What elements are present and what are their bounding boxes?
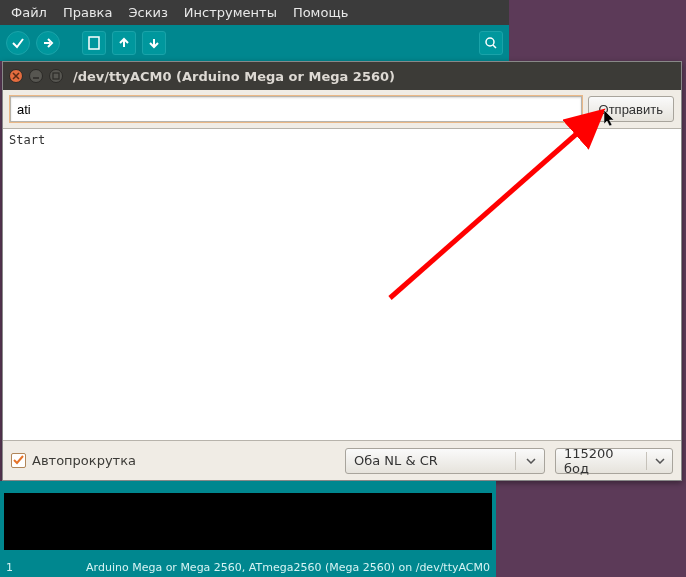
save-button[interactable]: [142, 31, 166, 55]
close-icon: [12, 72, 20, 80]
file-icon: [88, 36, 100, 50]
serial-output[interactable]: Start: [3, 128, 681, 440]
baud-rate-select[interactable]: 115200 бод: [555, 448, 673, 474]
svg-point-1: [486, 38, 494, 46]
verify-button[interactable]: [6, 31, 30, 55]
serial-input-row: Отправить: [3, 90, 681, 128]
menu-edit[interactable]: Правка: [56, 2, 119, 23]
line-ending-value: Оба NL & CR: [354, 453, 438, 468]
menu-bar: Файл Правка Эскиз Инструменты Помощь: [0, 0, 509, 25]
window-close-button[interactable]: [9, 69, 23, 83]
serial-monitor-window: /dev/ttyACM0 (Arduino Mega or Mega 2560)…: [2, 61, 682, 481]
ide-window-top: Файл Правка Эскиз Инструменты Помощь: [0, 0, 509, 61]
ide-console[interactable]: [4, 493, 492, 550]
chevron-down-icon: [653, 452, 668, 470]
magnifier-icon: [484, 36, 498, 50]
arrow-up-icon: [117, 36, 131, 50]
upload-button[interactable]: [36, 31, 60, 55]
menu-file[interactable]: Файл: [4, 2, 54, 23]
check-icon: [13, 455, 24, 466]
svg-line-2: [493, 45, 496, 48]
arrow-down-icon: [147, 36, 161, 50]
serial-input[interactable]: [10, 96, 582, 122]
menu-tools[interactable]: Инструменты: [177, 2, 284, 23]
status-board-info: Arduino Mega or Mega 2560, ATmega2560 (M…: [86, 561, 490, 574]
window-minimize-button[interactable]: [29, 69, 43, 83]
status-line-number: 1: [6, 561, 13, 574]
send-button[interactable]: Отправить: [588, 96, 674, 122]
autoscroll-checkbox[interactable]: Автопрокрутка: [11, 453, 136, 468]
check-icon: [11, 36, 25, 50]
serial-monitor-button[interactable]: [479, 31, 503, 55]
serial-bottom-bar: Автопрокрутка Оба NL & CR 115200 бод: [3, 440, 681, 480]
window-maximize-button[interactable]: [49, 69, 63, 83]
baud-rate-value: 115200 бод: [564, 446, 630, 476]
chevron-down-icon: [522, 452, 540, 470]
autoscroll-label: Автопрокрутка: [32, 453, 136, 468]
line-ending-select[interactable]: Оба NL & CR: [345, 448, 545, 474]
status-bar: 1 Arduino Mega or Mega 2560, ATmega2560 …: [0, 557, 496, 577]
menu-sketch[interactable]: Эскиз: [121, 2, 174, 23]
svg-rect-0: [89, 37, 99, 49]
window-title: /dev/ttyACM0 (Arduino Mega or Mega 2560): [73, 69, 395, 84]
arrow-right-icon: [41, 36, 55, 50]
titlebar: /dev/ttyACM0 (Arduino Mega or Mega 2560): [3, 62, 681, 90]
svg-rect-4: [53, 73, 59, 79]
checkbox-box: [11, 453, 26, 468]
minimize-icon: [32, 72, 40, 80]
open-button[interactable]: [112, 31, 136, 55]
ide-bottom-panel: 1 Arduino Mega or Mega 2560, ATmega2560 …: [0, 481, 496, 577]
maximize-icon: [52, 72, 60, 80]
toolbar: [0, 25, 509, 61]
menu-help[interactable]: Помощь: [286, 2, 355, 23]
new-button[interactable]: [82, 31, 106, 55]
